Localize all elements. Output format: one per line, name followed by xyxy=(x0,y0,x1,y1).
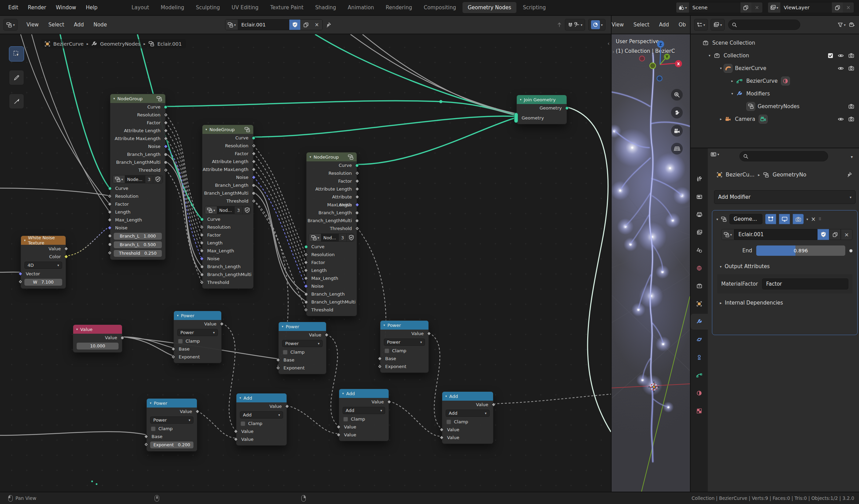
eye-toggle-icon[interactable] xyxy=(838,117,844,122)
collapse-icon[interactable]: ▾ xyxy=(520,98,522,101)
operation-select[interactable]: Power▾ xyxy=(177,329,218,336)
tool-select-box-button[interactable] xyxy=(9,46,24,61)
outliner-item-label[interactable]: BezierCurve xyxy=(735,65,766,71)
properties-tab-collection[interactable] xyxy=(691,278,708,294)
node-power-2[interactable]: ▾PowerValuePower▾ClampBaseExponent xyxy=(278,322,326,374)
overlays-toggle-icon[interactable] xyxy=(591,20,600,29)
clamp-checkbox[interactable]: Clamp xyxy=(380,347,428,355)
modifier-name-field[interactable]: Geome... xyxy=(729,214,762,224)
node-add-3[interactable]: ▾AddValueAdd▾ClampValueValue xyxy=(442,391,493,444)
properties-tab-physics[interactable] xyxy=(691,332,708,347)
outliner-filter-id-button[interactable]: ▾ xyxy=(711,19,725,31)
modifier-extras-icon[interactable]: ▾ xyxy=(806,217,808,221)
collapse-icon[interactable]: ▾ xyxy=(445,394,447,398)
viewport-menu-add[interactable]: Add xyxy=(654,20,674,30)
workspace-tab-geometry-nodes[interactable]: Geometry Nodes xyxy=(462,2,516,13)
node-header[interactable]: ▾Add xyxy=(442,392,493,401)
clamp-checkbox[interactable]: Clamp xyxy=(147,425,197,433)
browse-nodetree-icon[interactable]: ▾ xyxy=(205,206,217,214)
outliner-search-input[interactable] xyxy=(728,20,800,30)
scene-copy-button[interactable] xyxy=(740,2,751,13)
outliner-item-label[interactable]: Camera xyxy=(735,116,755,122)
modifier-delete-icon[interactable]: × xyxy=(811,216,816,222)
node-header[interactable]: ▾White Noise Texture xyxy=(21,236,66,245)
expander-icon[interactable]: ▾ xyxy=(729,92,735,95)
breadcrumb-modifier[interactable]: GeometryNo xyxy=(772,172,806,178)
reroute-node[interactable] xyxy=(439,100,443,103)
socket[interactable] xyxy=(252,192,255,195)
modifier-editmode-toggle[interactable] xyxy=(765,214,776,224)
node-header[interactable]: ▾Power xyxy=(174,311,221,320)
socket[interactable] xyxy=(108,243,112,246)
socket[interactable] xyxy=(200,273,204,276)
viewlayer-icon[interactable]: ▾ xyxy=(768,2,780,13)
internal-dependencies-section[interactable]: ▸Internal Dependencies xyxy=(720,300,857,306)
node-header[interactable]: ▾Power xyxy=(279,322,326,331)
breadcrumb-item[interactable]: BezierCurve xyxy=(53,41,83,47)
browse-nodetree-icon[interactable]: ▾ xyxy=(113,175,125,183)
modifier-render-toggle[interactable] xyxy=(793,214,804,224)
socket[interactable] xyxy=(164,105,167,109)
gizmo-axis-x-neg[interactable] xyxy=(639,56,645,61)
viewport-zoom-button[interactable] xyxy=(671,89,683,101)
breadcrumb-item[interactable]: Eclair.001 xyxy=(157,41,182,47)
collapse-icon[interactable]: ▾ xyxy=(76,328,78,331)
workspace-tab-animation[interactable]: Animation xyxy=(343,2,379,13)
collapse-icon[interactable]: ▾ xyxy=(383,323,385,327)
workspace-tab-uv-editing[interactable]: UV Editing xyxy=(226,2,264,13)
users-count[interactable]: 3 xyxy=(338,234,346,241)
collapse-icon[interactable]: ▾ xyxy=(205,128,207,131)
properties-tab-object-data[interactable] xyxy=(691,367,708,383)
scene-icon[interactable]: ▾ xyxy=(676,2,689,13)
node-tree-copy-button[interactable] xyxy=(300,20,311,30)
new-collection-icon[interactable] xyxy=(849,22,855,27)
socket[interactable] xyxy=(164,161,167,164)
expander-icon[interactable]: ▸ xyxy=(729,79,735,83)
gizmo-axis-y[interactable]: Y xyxy=(664,54,670,60)
menu-help[interactable]: Help xyxy=(81,3,102,12)
viewport-pan-button[interactable] xyxy=(671,107,683,118)
viewlayer-selector[interactable]: ▾ ViewLayer × xyxy=(768,2,854,13)
multi-input-socket[interactable] xyxy=(514,113,518,123)
properties-search-input[interactable] xyxy=(739,151,828,161)
node-tree-browse-icon[interactable]: ▾ xyxy=(225,20,238,30)
scene-name[interactable]: Scene xyxy=(689,2,740,13)
number-field[interactable]: Branch_L1.000 xyxy=(114,233,162,240)
socket[interactable] xyxy=(304,300,308,304)
workspace-tab-texture-paint[interactable]: Texture Paint xyxy=(265,2,309,13)
operation-select[interactable]: Add▾ xyxy=(240,411,283,419)
outliner-display-mode-button[interactable]: ▾ xyxy=(694,19,708,31)
node-power-1[interactable]: ▾PowerValuePower▾ClampBaseExponent xyxy=(174,311,222,363)
modifier-node-tree-field[interactable]: Eclair.001 xyxy=(734,229,817,240)
add-modifier-button[interactable]: Add Modifier ▾ xyxy=(714,190,856,204)
fake-user-shield-button[interactable] xyxy=(289,20,300,30)
material-factor-field[interactable]: Factor xyxy=(762,278,848,289)
node-white-noise-texture[interactable]: ▾White Noise TextureValueColor4D▾VectorW… xyxy=(21,236,66,289)
node-header[interactable]: ▾NodeGroup xyxy=(306,152,357,161)
outliner-row-beziercurve[interactable]: ▸BezierCurve xyxy=(691,75,859,87)
number-field[interactable]: Exponent0.200 xyxy=(150,442,193,448)
workspace-tab-modeling[interactable]: Modeling xyxy=(156,2,189,13)
node-editor-menu-select[interactable]: Select xyxy=(44,20,69,30)
node-join-geometry[interactable]: ▾Join GeometryGeometryGeometry xyxy=(516,95,567,124)
camera-toggle-icon[interactable] xyxy=(848,104,854,109)
socket[interactable] xyxy=(252,136,255,140)
overlays-button[interactable]: ▾ xyxy=(588,19,605,31)
breadcrumb-object[interactable]: BezierCu... xyxy=(726,172,755,178)
material-icon[interactable] xyxy=(781,77,790,85)
end-slider[interactable]: 0.896 xyxy=(756,245,845,256)
workspace-tab-scripting[interactable]: Scripting xyxy=(518,2,551,13)
node-power-4[interactable]: ▾PowerValuePower▾ClampBaseExponent0.200 xyxy=(146,398,197,451)
properties-options-icon[interactable]: ▾ xyxy=(851,153,853,160)
keyframe-dot[interactable] xyxy=(849,249,852,252)
node-header[interactable]: ▾Add xyxy=(339,389,389,398)
operation-select[interactable]: 4D▾ xyxy=(24,262,62,269)
camera-toggle-icon[interactable] xyxy=(848,116,854,122)
properties-tab-scene[interactable] xyxy=(691,242,708,258)
socket[interactable] xyxy=(200,218,204,221)
eye-toggle-icon[interactable] xyxy=(838,66,844,71)
socket[interactable] xyxy=(355,219,359,222)
fake-user-shield-button[interactable] xyxy=(817,229,829,240)
expander-icon[interactable]: ▸ xyxy=(718,117,724,121)
modifier-drag-handle[interactable]: ⠿ xyxy=(818,217,822,221)
